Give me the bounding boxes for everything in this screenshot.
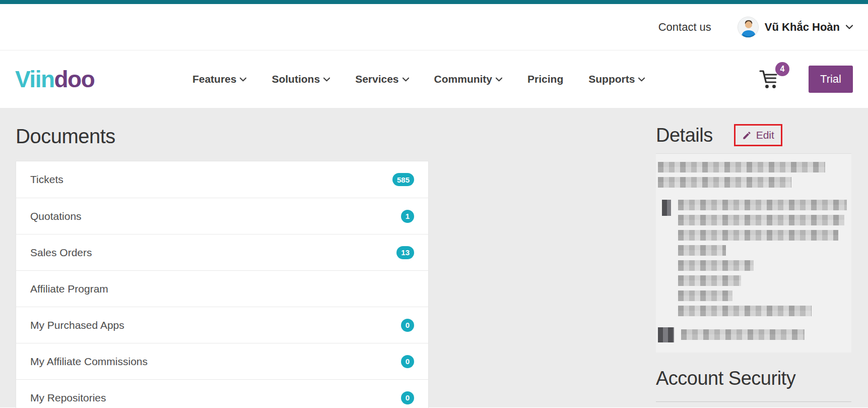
nav-item-label: Solutions [272,73,320,85]
redacted-line [678,230,838,241]
details-section: Details Edit [656,123,851,407]
chevron-down-icon [323,77,330,82]
nav-item-label: Supports [588,73,635,85]
nav-item-label: Pricing [527,73,563,85]
cart-button[interactable]: 4 [758,68,781,90]
nav-item-label: Features [192,73,237,85]
redacted-line [678,290,732,301]
document-row-label: My Affiliate Commissions [30,356,148,368]
document-row-label: My Repositories [30,392,106,404]
map-marker-icon [662,200,671,216]
redacted-line [678,215,844,225]
document-row-label: Quotations [30,210,82,222]
user-name: Vũ Khắc Hoàn [765,21,840,34]
count-badge: 0 [401,355,414,368]
viindoo-logo[interactable]: Viindoo [15,68,94,91]
count-badge: 0 [401,319,414,332]
pencil-icon [742,131,752,140]
nav-item-pricing[interactable]: Pricing [527,73,563,85]
document-row-label: Tickets [30,173,63,186]
utility-bar: Contact us Vũ Khắc Hoàn [0,4,868,50]
document-row[interactable]: Sales Orders13 [16,234,428,270]
redacted-line [678,200,847,210]
document-row-label: My Purchased Apps [30,319,124,331]
documents-section: Documents Tickets585Quotations1Sales Ord… [16,123,429,407]
account-security-section: Account Security Edit Security Settings [656,368,851,408]
redacted-details [656,153,851,353]
divider [656,401,851,402]
count-badge: 1 [401,210,414,223]
documents-title: Documents [16,125,429,148]
document-row[interactable]: My Purchased Apps0 [16,307,428,343]
count-badge: 0 [401,391,414,404]
document-row[interactable]: Affiliate Program [16,270,428,307]
account-security-title: Account Security [656,368,851,389]
details-title: Details [656,125,713,146]
chevron-down-icon [638,77,645,82]
document-row[interactable]: My Repositories0 [16,379,428,408]
main-content: Documents Tickets585Quotations1Sales Ord… [0,108,868,407]
logo-text-purple: doo [54,66,95,92]
nav-item-label: Community [434,73,493,85]
redacted-line [678,306,812,316]
count-badge: 585 [392,173,414,186]
document-row[interactable]: My Affiliate Commissions0 [16,343,428,379]
redacted-line [681,329,805,340]
trial-button[interactable]: Trial [809,66,853,93]
logo-text-teal: Viin [15,66,54,92]
chevron-down-icon [496,77,502,82]
nav-item-services[interactable]: Services [355,73,409,85]
document-row[interactable]: Tickets585 [16,161,428,198]
count-badge: 13 [396,246,414,259]
email-icon [658,327,674,342]
main-header: Viindoo FeaturesSolutionsServicesCommuni… [0,50,868,108]
chevron-down-icon [403,77,409,82]
contact-us-link[interactable]: Contact us [658,21,711,34]
document-row[interactable]: Quotations1 [16,198,428,234]
nav-item-community[interactable]: Community [434,73,503,85]
redacted-line [658,162,825,172]
edit-details-button[interactable]: Edit [734,124,782,146]
cart-count-badge: 4 [775,62,789,76]
user-menu[interactable]: Vũ Khắc Hoàn [738,17,853,38]
nav-item-supports[interactable]: Supports [588,73,645,85]
documents-list: Tickets585Quotations1Sales Orders13Affil… [16,161,429,408]
chevron-down-icon [240,77,246,82]
document-row-label: Affiliate Program [30,283,108,295]
chevron-down-icon [846,25,853,29]
redacted-line [678,245,726,256]
nav-item-solutions[interactable]: Solutions [272,73,330,85]
edit-details-label: Edit [756,129,774,141]
nav-item-label: Services [355,73,398,85]
nav-item-features[interactable]: Features [192,73,247,85]
main-nav: FeaturesSolutionsServicesCommunityPricin… [94,73,743,85]
document-row-label: Sales Orders [30,247,92,259]
redacted-line [678,275,741,286]
top-accent-bar [0,0,868,4]
avatar [738,17,759,38]
redacted-line [678,260,754,271]
redacted-line [658,177,791,188]
